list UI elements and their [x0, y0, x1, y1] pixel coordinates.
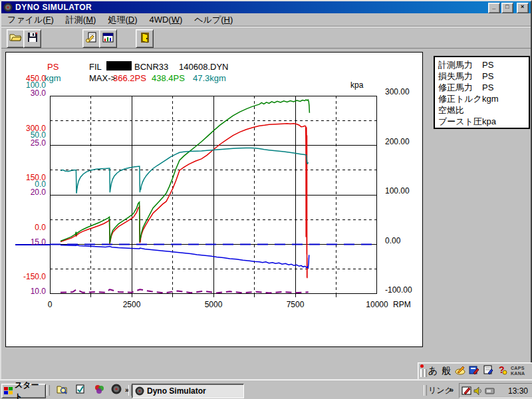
quicklaunch-dyno-button[interactable] — [110, 384, 122, 396]
app-window: DYNO SIMULATOR _ □ × ファイル(F)計測(M)処理(D)4W… — [0, 0, 532, 380]
axis-tick-power_ps: 0.0 — [6, 223, 46, 232]
quicklaunch-folder-button[interactable] — [56, 384, 68, 396]
save-button[interactable] — [23, 29, 41, 48]
app-wheel-icon — [3, 3, 13, 12]
legend-row: 修正馬力PS — [435, 82, 529, 93]
legend-series-label: 修正馬力 — [435, 82, 482, 93]
quicklaunch-grip[interactable] — [47, 385, 50, 396]
ime-properties-button[interactable] — [481, 365, 494, 378]
menu-item-D[interactable]: 処理(D) — [102, 13, 143, 27]
channels-icon — [94, 384, 104, 397]
legend-series-unit: PS — [482, 59, 493, 70]
ime-input-mode-button[interactable]: あ — [427, 365, 439, 377]
ime-help-icon: ? — [497, 364, 507, 378]
toolbar — [1, 26, 531, 49]
close-button[interactable]: × — [517, 3, 529, 13]
max-measured-power: 366.2PS — [113, 73, 146, 83]
folder-magnifier-icon — [57, 384, 68, 397]
kgm-axis-caption: kgm — [45, 73, 61, 83]
legend-series-unit: PS — [482, 82, 493, 93]
axis-tick-afr: 20.0 — [6, 188, 46, 197]
kpa-unit-label: kpa — [350, 80, 377, 90]
links-chevron[interactable]: » — [450, 386, 454, 394]
chart-window-icon — [102, 33, 114, 45]
start-button[interactable]: スタート — [1, 384, 46, 398]
pc-card-icon[interactable] — [485, 387, 495, 395]
volume-icon[interactable] — [473, 386, 483, 396]
max-torque: 47.3kgm — [193, 73, 226, 83]
axis-tick-kpa: -100.00 — [385, 285, 422, 295]
ime-help-button[interactable]: ? — [495, 365, 508, 378]
quicklaunch-mail-button[interactable] — [74, 384, 86, 396]
links-grip[interactable] — [424, 385, 427, 396]
ime-pad-button[interactable] — [454, 365, 466, 378]
series-air_fuel_ratio — [61, 289, 309, 293]
menu-bar: ファイル(F)計測(M)処理(D)4WD(W)ヘルプ(H) — [1, 13, 531, 26]
measure-button[interactable] — [82, 29, 100, 48]
menu-item-H[interactable]: ヘルプ(H) — [188, 13, 239, 27]
legend-row: ブースト圧kpa — [435, 116, 529, 127]
series-loss_power — [61, 245, 309, 268]
axis-tick-rpm: 7500 — [275, 300, 315, 309]
ime-status-dot — [420, 364, 424, 368]
axis-tick-afr: 25.0 — [6, 138, 46, 148]
file-name: 140608.DYN — [179, 62, 228, 72]
redaction-box — [106, 61, 132, 70]
max-corrected-power: 438.4PS — [152, 73, 185, 83]
car-model: BCNR33 — [134, 62, 168, 72]
legend-row: 空燃比 — [435, 104, 529, 116]
windows-logo-icon — [4, 387, 13, 395]
dyno-plot — [50, 96, 377, 299]
file-label: FIL — [89, 62, 102, 72]
axis-tick-rpm: 0 — [30, 300, 70, 309]
mail-compose-icon — [75, 384, 86, 397]
menu-item-W[interactable]: 4WD(W) — [143, 13, 188, 26]
chart-view-button[interactable] — [99, 29, 117, 48]
menu-item-M[interactable]: 計測(M) — [60, 13, 102, 27]
axis-tick-kpa: 200.00 — [385, 137, 422, 146]
task-button-dyno-simulator[interactable]: Dyno Simulator — [132, 384, 244, 398]
chart-panel: PS kgm FIL BCNR33 140608.DYN MAX-> 366.2… — [5, 52, 423, 347]
measure-note-icon — [86, 32, 97, 46]
axis-tick-rpm: 10000 — [357, 300, 397, 309]
menu-item-F[interactable]: ファイル(F) — [1, 13, 60, 27]
axis-tick-rpm: 5000 — [194, 300, 233, 309]
save-floppy-icon — [27, 32, 38, 45]
legend-rows: 計測馬力PS損失馬力PS修正馬力PS修正トルクkgm空燃比ブースト圧kpa — [435, 57, 529, 127]
tablet-pen-icon[interactable] — [462, 386, 472, 396]
legend-series-unit: kpa — [482, 116, 496, 127]
taskbar-clock[interactable]: 13:30 — [508, 386, 528, 396]
quicklaunch-channels-button[interactable] — [93, 384, 105, 396]
legend-row: 損失馬力PS — [435, 70, 529, 82]
legend-row: 修正トルクkgm — [435, 93, 529, 104]
ime-dictionary-button[interactable] — [467, 365, 480, 378]
series-measured_power — [61, 124, 307, 279]
properties-icon — [483, 364, 493, 378]
max-label: MAX-> — [89, 73, 116, 83]
open-file-button[interactable] — [7, 29, 25, 48]
ime-drag-handle[interactable] — [420, 364, 426, 378]
series-corrected_torque — [61, 148, 309, 194]
ime-caps-kana-indicator[interactable]: CAPS KANA — [511, 366, 525, 376]
exit-button[interactable] — [136, 29, 154, 48]
ime-toolbar: あ 般 ? CAPS KANA — [418, 362, 532, 380]
axis-tick-afr: 15.0 — [6, 237, 46, 247]
axis-tick-kpa: 0.00 — [385, 236, 422, 245]
rpm-unit-label: RPM — [393, 300, 420, 309]
series-corrected_power — [61, 100, 309, 243]
title-bar: DYNO SIMULATOR _ □ × — [1, 1, 531, 13]
ime-conversion-mode-button[interactable]: 般 — [440, 365, 452, 377]
ps-axis-caption: PS — [47, 62, 59, 72]
legend-series-label: 空燃比 — [435, 104, 482, 116]
axis-tick-kpa: 300.00 — [385, 87, 422, 96]
legend-row: 計測馬力PS — [435, 59, 529, 70]
taskbar: スタート » Dyno Simulator リンク » 13:30 — [0, 380, 532, 399]
legend-series-unit: PS — [482, 70, 493, 82]
axis-tick-afr: 10.0 — [6, 287, 46, 296]
dictionary-icon — [469, 364, 479, 378]
legend-series-label: 計測馬力 — [435, 59, 482, 70]
minimize-button[interactable]: _ — [488, 3, 500, 13]
maximize-button[interactable]: □ — [501, 3, 513, 13]
dyno-wheel-icon — [111, 384, 122, 397]
axis-tick-afr: 30.0 — [6, 88, 46, 98]
